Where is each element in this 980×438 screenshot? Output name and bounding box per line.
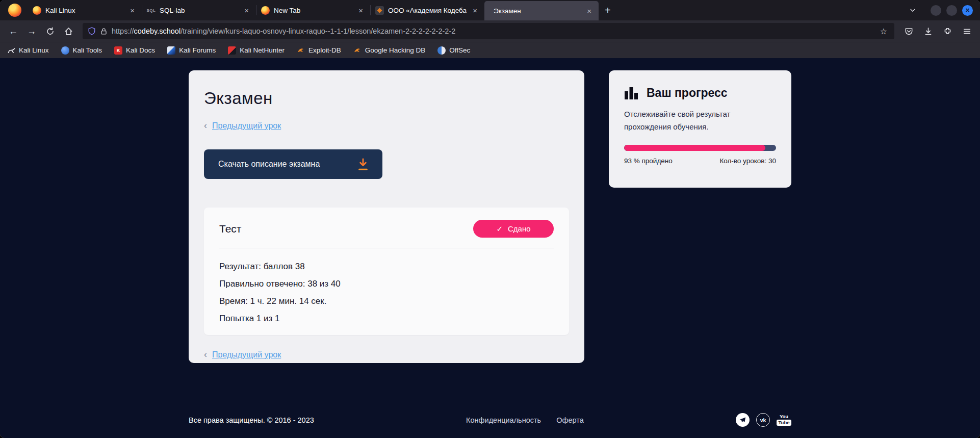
kali-forums-icon — [167, 46, 175, 55]
url-domain: codeby.school — [134, 27, 181, 35]
url-scheme: https:// — [112, 27, 134, 35]
maximize-button[interactable] — [946, 5, 957, 16]
bar-chart-icon — [624, 86, 638, 100]
list-all-tabs-chevron-icon[interactable] — [902, 7, 923, 14]
forward-button[interactable]: → — [23, 23, 40, 39]
firefox-icon — [33, 6, 41, 15]
sql-favicon: SQL — [147, 6, 156, 15]
bookmark-star-icon[interactable]: ☆ — [878, 27, 889, 36]
kali-dragon-icon — [7, 46, 15, 55]
close-icon[interactable]: × — [356, 6, 365, 15]
telegram-icon[interactable] — [736, 413, 750, 427]
bookmark-kali-forums[interactable]: Kali Forums — [167, 46, 216, 55]
bookmark-label: Kali Tools — [73, 46, 102, 54]
prev-lesson-label[interactable]: Предыдущий урок — [212, 121, 281, 131]
pocket-icon[interactable] — [900, 23, 917, 39]
download-exam-description-button[interactable]: Скачать описание экзамна — [204, 149, 382, 179]
window-controls: × — [923, 0, 980, 20]
prev-lesson-link-top[interactable]: ‹ Предыдущий урок — [204, 120, 569, 131]
tab-title: ООО «Академия Кодеба — [388, 7, 467, 14]
extensions-puzzle-icon[interactable] — [939, 23, 956, 39]
downloads-icon[interactable] — [920, 23, 936, 39]
url-bar[interactable]: https://codeby.school/training/view/kurs… — [83, 23, 894, 39]
reload-icon[interactable] — [42, 23, 58, 39]
tracking-protection-shield-icon[interactable] — [88, 27, 96, 35]
bookmark-kali-docs[interactable]: K Kali Docs — [114, 46, 155, 55]
test-title: Тест — [219, 223, 241, 235]
prev-lesson-link-bottom[interactable]: ‹ Предыдущий урок — [204, 349, 569, 360]
close-icon[interactable]: × — [585, 7, 594, 15]
close-icon[interactable]: × — [242, 6, 251, 15]
social-icons: vk You Tube — [736, 413, 791, 427]
bookmark-label: Kali Linux — [19, 46, 49, 54]
tab-new-tab[interactable]: New Tab × — [256, 0, 370, 20]
vk-icon[interactable]: vk — [756, 413, 770, 427]
menu-hamburger-icon[interactable] — [959, 23, 975, 39]
window-close-button[interactable]: × — [962, 5, 973, 16]
bookmark-exploit-db[interactable]: Exploit-DB — [297, 46, 341, 55]
url-path: /training/view/kurs-laquo-osnovy-linux-r… — [180, 27, 455, 35]
youtube-text-bottom: Tube — [777, 420, 791, 426]
progress-labels: 93 % пройдено Кол-во уроков: 30 — [624, 157, 776, 165]
lesson-card: Экзамен ‹ Предыдущий урок Скачать описан… — [189, 70, 584, 363]
bookmark-label: Kali Docs — [126, 46, 155, 54]
bookmark-label: Exploit-DB — [308, 46, 341, 54]
progress-bar — [624, 145, 776, 151]
test-result-card: Тест ✓ Сдано Результат: баллов 38 Правил… — [204, 208, 569, 335]
result-score: Результат: баллов 38 — [219, 262, 554, 272]
progress-percent-label: 93 % пройдено — [624, 157, 673, 165]
exploit-db-bird-icon — [297, 46, 305, 55]
bookmark-google-hacking-db[interactable]: Google Hacking DB — [353, 46, 426, 55]
kali-nethunter-icon — [228, 46, 236, 55]
bookmark-label: OffSec — [449, 46, 470, 54]
tab-kali-linux[interactable]: Kali Linux × — [28, 0, 142, 20]
bookmark-kali-nethunter[interactable]: Kali NetHunter — [228, 46, 285, 55]
new-tab-button[interactable]: + — [599, 4, 617, 17]
page-title: Экзамен — [204, 89, 569, 108]
offsec-icon — [437, 46, 446, 55]
tabbar-spacer — [617, 0, 902, 20]
minimize-button[interactable] — [931, 5, 941, 16]
site-footer: Все права защищены. © 2016 - 2023 Конфид… — [189, 413, 791, 427]
browser-window: Kali Linux × SQL SQL-lab × New Tab × ООО… — [0, 0, 980, 438]
prev-lesson-label[interactable]: Предыдущий урок — [212, 350, 281, 359]
bookmark-kali-tools[interactable]: Kali Tools — [61, 46, 102, 55]
navigation-toolbar: ← → https://codeby.school/training/view/… — [0, 20, 980, 42]
home-icon[interactable] — [60, 23, 76, 39]
offer-link[interactable]: Оферта — [556, 416, 584, 424]
download-arrow-icon — [357, 158, 369, 171]
tab-title: New Tab — [274, 7, 352, 14]
youtube-icon[interactable]: You Tube — [777, 414, 791, 426]
status-badge-passed: ✓ Сдано — [473, 220, 554, 238]
codeby-favicon — [375, 6, 384, 15]
bookmark-label: Kali Forums — [179, 46, 216, 54]
status-badge-label: Сдано — [508, 224, 531, 233]
tab-title: Экзамен — [494, 7, 581, 15]
copyright-text: Все права защищены. © 2016 - 2023 — [189, 416, 314, 424]
lessons-count-label: Кол-во уроков: 30 — [719, 157, 776, 165]
bookmark-offsec[interactable]: OffSec — [437, 46, 470, 55]
tab-sql-lab[interactable]: SQL SQL-lab × — [142, 0, 256, 20]
test-header: Тест ✓ Сдано — [219, 220, 554, 238]
firefox-icon — [261, 6, 270, 15]
progress-bar-fill — [624, 145, 765, 151]
divider — [219, 248, 554, 248]
youtube-text-top: You — [780, 414, 788, 419]
progress-header: Ваш прогресс — [624, 86, 776, 100]
kali-tools-icon — [61, 46, 69, 55]
url-text[interactable]: https://codeby.school/training/view/kurs… — [112, 27, 874, 35]
tab-ekzamen-active[interactable]: Экзамен × — [484, 1, 599, 20]
tab-academy-codeby[interactable]: ООО «Академия Кодеба × — [370, 0, 484, 20]
result-correct-answers: Правильно отвечено: 38 из 40 — [219, 279, 554, 289]
bookmark-kali-linux[interactable]: Kali Linux — [7, 46, 49, 55]
close-icon[interactable]: × — [128, 6, 137, 15]
bookmarks-bar: Kali Linux Kali Tools K Kali Docs Kali F… — [0, 42, 980, 58]
tab-title: SQL-lab — [160, 7, 238, 14]
firefox-logo-icon[interactable] — [8, 4, 21, 17]
footer-links: Конфиденциальность Оферта — [466, 416, 584, 424]
close-icon[interactable]: × — [471, 6, 479, 15]
privacy-link[interactable]: Конфиденциальность — [466, 416, 541, 424]
back-button[interactable]: ← — [5, 23, 21, 39]
lock-icon[interactable] — [100, 28, 108, 35]
download-button-label: Скачать описание экзамна — [218, 160, 320, 169]
